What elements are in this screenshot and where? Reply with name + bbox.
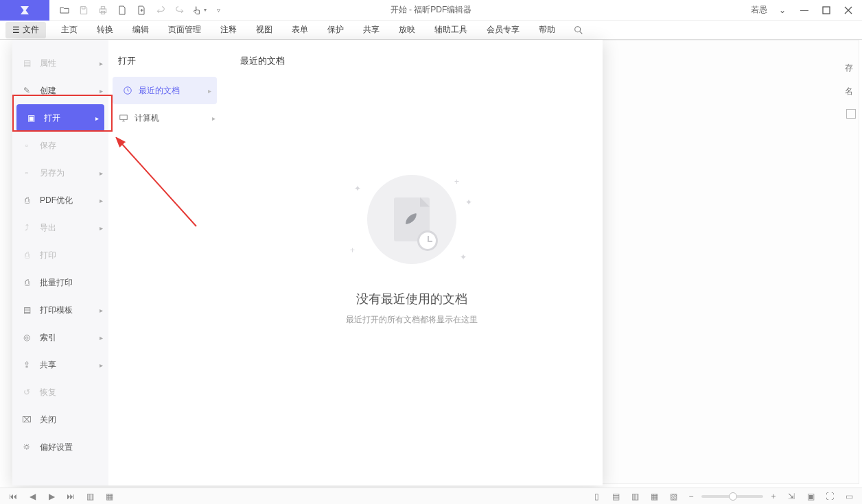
file-tab[interactable]: ☰ 文件 bbox=[5, 22, 46, 38]
page-icon[interactable] bbox=[113, 1, 132, 20]
title-app: 福昕PDF编辑器 bbox=[414, 5, 471, 14]
file-menu-recover: ↺恢复 bbox=[12, 379, 108, 406]
tab-view[interactable]: 视图 bbox=[246, 21, 282, 40]
file-menu-preferences[interactable]: ⛭偏好设置 bbox=[12, 433, 108, 461]
saveas-icon: ▫ bbox=[21, 167, 33, 179]
preferences-icon: ⛭ bbox=[21, 441, 33, 453]
file-menu-properties[interactable]: ▤属性▸ bbox=[12, 49, 108, 77]
user-name[interactable]: 若愚 bbox=[751, 4, 767, 16]
chevron-right-icon: ▸ bbox=[100, 307, 103, 314]
tab-edit[interactable]: 编辑 bbox=[123, 21, 159, 40]
chevron-right-icon: ▸ bbox=[100, 197, 103, 204]
close-doc-icon: ⌧ bbox=[21, 413, 33, 426]
quick-access-toolbar: ▾ ▿ bbox=[49, 1, 228, 20]
status-bar: ⏮ ◀ ▶ ⏭ ▥ ▦ ▯ ▤ ▥ ▦ ▧ − + ⇲ ▣ ⛶ ▭ bbox=[0, 488, 862, 504]
maximize-button[interactable] bbox=[815, 1, 837, 20]
tab-present[interactable]: 放映 bbox=[389, 21, 425, 40]
qat-dropdown-icon[interactable]: ▿ bbox=[209, 1, 228, 20]
view-facing-cont-icon[interactable]: ▦ bbox=[646, 490, 662, 503]
tab-form[interactable]: 表单 bbox=[282, 21, 318, 40]
open-panel-title: 打开 bbox=[108, 49, 221, 77]
file-menu-batch-print[interactable]: ⎙批量打印 bbox=[12, 269, 108, 296]
zoom-out-button[interactable]: − bbox=[685, 492, 697, 501]
file-menu-print-template[interactable]: ▤打印模板▸ bbox=[12, 296, 108, 324]
sb-nav-last[interactable]: ⏭ bbox=[63, 490, 78, 503]
view-continuous-icon[interactable]: ▤ bbox=[608, 490, 623, 503]
template-icon: ▤ bbox=[21, 304, 33, 316]
new-page-icon[interactable] bbox=[132, 1, 151, 20]
user-dropdown-icon[interactable]: ⌄ bbox=[771, 1, 793, 20]
open-sub-panel: 打开 最近的文档 ▸ 计算机 ▸ bbox=[108, 40, 221, 485]
touch-mode-icon[interactable]: ▾ bbox=[189, 1, 209, 20]
open-computer[interactable]: 计算机 ▸ bbox=[108, 104, 221, 132]
fit-page-icon[interactable]: ▣ bbox=[803, 490, 818, 503]
file-menu-optimize[interactable]: ⎙PDF优化▸ bbox=[12, 187, 108, 214]
fit-width-icon[interactable]: ⇲ bbox=[784, 490, 799, 503]
tab-help[interactable]: 帮助 bbox=[529, 21, 565, 40]
ribbon-tabs: ☰ 文件 主页 转换 编辑 页面管理 注释 视图 表单 保护 共享 放映 辅助工… bbox=[0, 21, 862, 40]
right-side-panel: 存 名 bbox=[601, 40, 859, 484]
sb-layout-icon[interactable]: ▥ bbox=[82, 490, 97, 503]
view-single-icon[interactable]: ▯ bbox=[589, 490, 604, 503]
open-recent-documents[interactable]: 最近的文档 ▸ bbox=[113, 77, 217, 104]
panel-toggle-icon[interactable] bbox=[846, 109, 856, 119]
tab-home[interactable]: 主页 bbox=[51, 21, 87, 40]
tab-page-manage[interactable]: 页面管理 bbox=[159, 21, 211, 40]
sb-nav-next[interactable]: ▶ bbox=[44, 490, 59, 503]
tab-accessibility[interactable]: 辅助工具 bbox=[425, 21, 477, 40]
clock-icon bbox=[122, 85, 133, 96]
tab-protect[interactable]: 保护 bbox=[318, 21, 353, 40]
save-icon[interactable] bbox=[74, 1, 93, 20]
app-logo[interactable] bbox=[0, 0, 49, 21]
file-menu-index[interactable]: ◎索引▸ bbox=[12, 324, 108, 351]
zoom-in-button[interactable]: + bbox=[767, 492, 780, 501]
file-menu-print: ⎙打印 bbox=[12, 241, 108, 269]
sparkle-icon: + bbox=[350, 245, 355, 255]
print-icon: ⎙ bbox=[21, 249, 33, 261]
view-facing-icon[interactable]: ▥ bbox=[627, 490, 642, 503]
empty-state: ✦ + ✦ + ✦ 没有最近使用的文档 最近打开的所有文档都将显示在这里 bbox=[240, 88, 583, 470]
chevron-right-icon: ▸ bbox=[208, 87, 211, 95]
window-controls: 若愚 ⌄ — bbox=[751, 1, 862, 20]
redo-icon[interactable] bbox=[170, 1, 189, 20]
properties-icon: ▤ bbox=[21, 57, 33, 69]
index-icon: ◎ bbox=[21, 331, 33, 344]
view-cover-icon[interactable]: ▧ bbox=[666, 490, 681, 503]
undo-icon[interactable] bbox=[151, 1, 170, 20]
sparkle-icon: ✦ bbox=[465, 197, 472, 207]
print-icon[interactable] bbox=[93, 1, 113, 20]
clock-overlay-icon bbox=[417, 230, 438, 251]
tab-convert[interactable]: 转换 bbox=[87, 21, 123, 40]
sb-layout2-icon[interactable]: ▦ bbox=[102, 490, 117, 503]
ribbon-search-button[interactable] bbox=[569, 21, 588, 40]
file-menu-open[interactable]: ▣打开▸ bbox=[16, 104, 104, 132]
reading-mode-icon[interactable]: ▭ bbox=[841, 490, 857, 503]
open-file-icon[interactable] bbox=[55, 1, 74, 20]
tab-annotate[interactable]: 注释 bbox=[211, 21, 246, 40]
minimize-button[interactable]: — bbox=[793, 1, 815, 20]
computer-icon bbox=[118, 112, 129, 123]
chevron-right-icon: ▸ bbox=[212, 115, 216, 122]
tab-share[interactable]: 共享 bbox=[353, 21, 389, 40]
batch-print-icon: ⎙ bbox=[21, 276, 33, 289]
file-menu-close[interactable]: ⌧关闭 bbox=[12, 406, 108, 433]
chevron-right-icon: ▸ bbox=[100, 334, 103, 341]
tab-vip[interactable]: 会员专享 bbox=[477, 21, 529, 40]
file-menu-share[interactable]: ⇪共享▸ bbox=[12, 351, 108, 379]
fullscreen-icon[interactable]: ⛶ bbox=[822, 490, 837, 503]
foxit-logo-icon bbox=[19, 4, 31, 16]
svg-rect-0 bbox=[100, 9, 106, 12]
chevron-right-icon: ▸ bbox=[100, 169, 103, 177]
sb-nav-prev[interactable]: ◀ bbox=[25, 490, 40, 503]
chevron-right-icon: ▸ bbox=[100, 361, 103, 369]
empty-subtitle: 最近打开的所有文档都将显示在这里 bbox=[346, 314, 478, 326]
file-menu-create[interactable]: ✎创建▸ bbox=[12, 77, 108, 104]
close-button[interactable] bbox=[837, 1, 859, 20]
sparkle-icon: ✦ bbox=[460, 252, 467, 262]
zoom-slider[interactable] bbox=[701, 495, 763, 498]
peek-text-2: 名 bbox=[845, 86, 853, 97]
file-menu-export: ⤴导出▸ bbox=[12, 214, 108, 241]
title-state: 开始 bbox=[391, 5, 407, 14]
sparkle-icon: ✦ bbox=[354, 184, 361, 193]
sb-nav-first[interactable]: ⏮ bbox=[5, 490, 21, 503]
